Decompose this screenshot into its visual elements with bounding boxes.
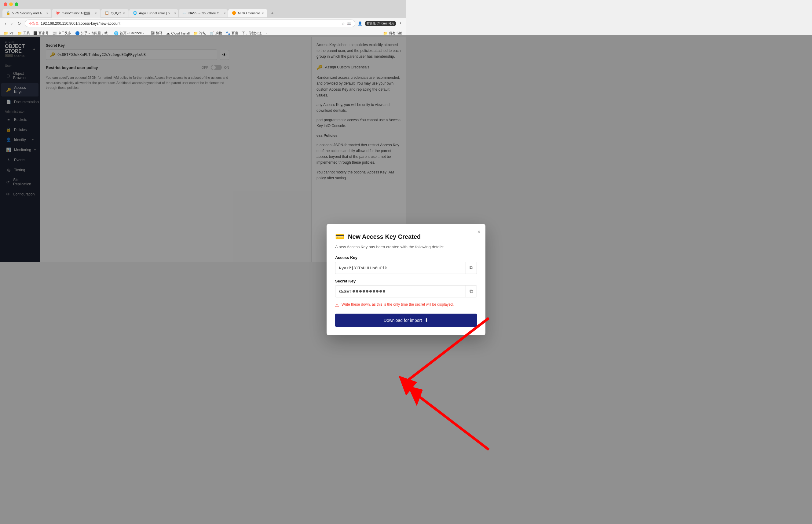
new-version-label: 有新版 Chrome 可用 — [365, 21, 396, 26]
tab-qqqq[interactable]: 📋 QQQQ × — [101, 9, 129, 17]
bookmark-cloudinstall[interactable]: ☁ Cloud Install — [166, 31, 190, 35]
modal-description: A new Access Key has been created with t… — [335, 245, 406, 249]
bookmark-tools[interactable]: 📁 工具 — [17, 31, 30, 35]
minimize-traffic-light[interactable] — [9, 2, 13, 6]
browser-titlebar — [0, 0, 406, 9]
read-mode-icon[interactable]: 📖 — [347, 21, 351, 26]
browser-actions: 👤 有新版 Chrome 可用 ⋮ — [358, 21, 402, 26]
tab-nass-close[interactable]: × — [224, 12, 226, 15]
bookmark-forum[interactable]: 📁 论坛 — [193, 31, 206, 35]
modal-access-key-input-row: ⧉ — [335, 262, 406, 262]
bookmark-baidu[interactable]: 🐾 百度一下，你就知道 — [226, 31, 262, 35]
new-access-key-modal: × 💳 New Access Key Created A new Access … — [327, 224, 406, 262]
address-input-container[interactable]: 不安全 192.168.200.110:9001/access-keys/new… — [25, 19, 355, 27]
modal-title: New Access Key Created — [348, 233, 406, 240]
address-icons: ☆ 📖 — [342, 21, 351, 26]
security-label: 不安全 — [29, 21, 39, 26]
bookmark-pt[interactable]: 📁 PT — [4, 31, 14, 35]
tab-minio-close[interactable]: × — [262, 12, 264, 15]
new-tab-button[interactable]: + — [268, 9, 276, 18]
modal-header-icon: 💳 — [335, 232, 344, 241]
tab-github-close[interactable]: × — [95, 12, 97, 15]
reload-button[interactable]: ↻ — [16, 20, 22, 27]
tab-qqqq-icon: 📋 — [105, 11, 109, 15]
bookmark-icon[interactable]: ☆ — [342, 21, 345, 26]
tab-vpn[interactable]: 🔒 VPN Security and A... × — [2, 9, 51, 17]
address-text: 192.168.200.110:9001/access-keys/new-acc… — [40, 21, 340, 26]
maximize-traffic-light[interactable] — [15, 2, 18, 6]
profile-icon[interactable]: 👤 — [358, 21, 362, 26]
tab-minio-icon: 🟠 — [232, 11, 236, 15]
tab-vpn-label: VPN Security and A... — [12, 11, 45, 15]
address-bar: ‹ › ↻ 不安全 192.168.200.110:9001/access-ke… — [0, 18, 406, 29]
forward-button[interactable]: › — [10, 20, 14, 27]
tab-qqqq-close[interactable]: × — [123, 12, 125, 15]
tab-argo-label: Argo Tunnel error | n... — [139, 11, 173, 15]
tab-argo-close[interactable]: × — [174, 12, 176, 15]
modal-header: 💳 New Access Key Created — [335, 232, 406, 241]
modal-overlay: × 💳 New Access Key Created A new Access … — [0, 35, 406, 262]
tab-bar: 🔒 VPN Security and A... × 🐙 minio/minio:… — [0, 9, 406, 18]
traffic-lights — [4, 2, 18, 6]
bookmark-all[interactable]: 📁 所有书签 — [383, 31, 402, 35]
browser-chrome: 🔒 VPN Security and A... × 🐙 minio/minio:… — [0, 0, 406, 37]
tab-nass-label: NASS - Cloudflare C... — [189, 11, 222, 15]
tab-github-label: minio/minio: AI数据... — [62, 11, 93, 16]
tab-nass-icon: ☁️ — [182, 11, 186, 15]
modal-access-key-label: Access Key — [335, 255, 406, 260]
tab-github-icon: 🐙 — [55, 11, 60, 15]
tab-qqqq-label: QQQQ — [111, 11, 121, 15]
bookmark-chiphell[interactable]: 🌐 首页 - Chiphell - ... — [114, 31, 147, 35]
tab-minio-console[interactable]: 🟠 MinIO Console × — [228, 9, 267, 17]
back-button[interactable]: ‹ — [4, 20, 7, 27]
tab-argo-icon: 🌐 — [133, 11, 137, 15]
tab-vpn-icon: 🔒 — [6, 11, 11, 15]
tab-nass[interactable]: ☁️ NASS - Cloudflare C... × — [179, 9, 228, 17]
tab-minio-github[interactable]: 🐙 minio/minio: AI数据... × — [52, 9, 100, 18]
bookmark-baijiahao[interactable]: 🅱 百家号 — [34, 31, 49, 35]
close-traffic-light[interactable] — [4, 2, 7, 6]
tab-vpn-close[interactable]: × — [46, 12, 48, 15]
bookmark-jinritoutiao[interactable]: 📰 今日头条 — [52, 31, 71, 35]
modal-access-key-row: Access Key ⧉ — [335, 255, 406, 262]
bookmark-zhihu[interactable]: 🔵 知乎 - 有问题，就... — [75, 31, 110, 35]
tab-minio-label: MinIO Console — [238, 11, 260, 15]
bookmark-shopping[interactable]: 🛒 购物 — [210, 31, 222, 35]
menu-icon[interactable]: ⋮ — [399, 21, 402, 26]
bookmark-expand[interactable]: » — [265, 31, 267, 35]
tab-argo[interactable]: 🌐 Argo Tunnel error | n... × — [129, 9, 178, 17]
